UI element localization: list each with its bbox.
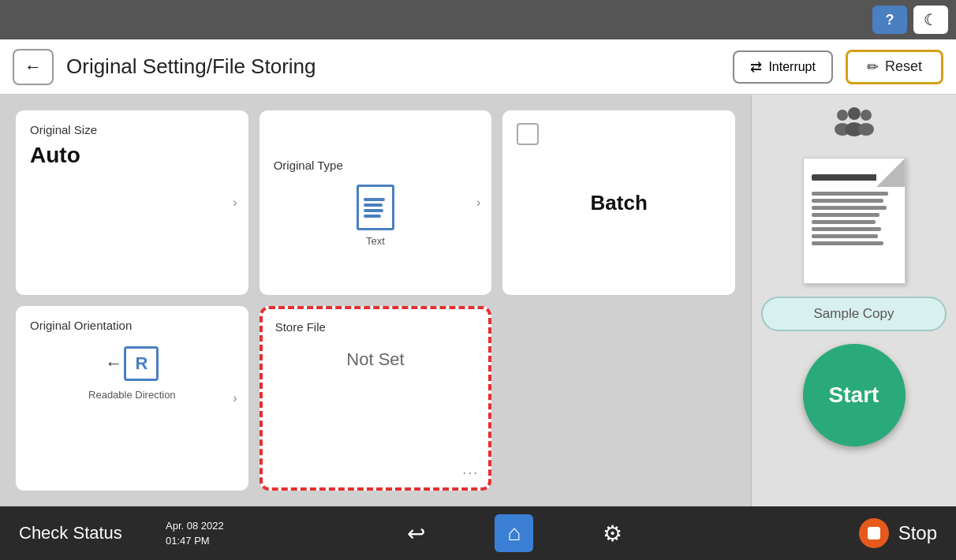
stop-inner [868, 527, 880, 539]
main-content: Original Size Auto › Original Type › Tex… [0, 95, 956, 506]
svg-point-2 [848, 107, 861, 120]
original-type-arrow: › [476, 196, 480, 210]
bottom-bar: Check Status Apr. 08 2022 01:47 PM ↩ ⌂ ⚙… [0, 506, 956, 560]
store-file-tile[interactable]: Store File Not Set ··· [260, 306, 492, 491]
back-nav-button[interactable]: ↩ [401, 514, 431, 553]
doc-line-3 [364, 209, 384, 212]
night-mode-button[interactable]: ☾ [913, 6, 948, 34]
r-label: R [135, 353, 148, 374]
original-orientation-tile[interactable]: Original Orientation ← R Readable Direct… [16, 306, 248, 491]
orientation-arrow: › [233, 391, 237, 405]
batch-checkbox[interactable] [517, 123, 539, 145]
original-type-sublabel: Text [366, 235, 385, 247]
document-preview [803, 158, 906, 284]
p-line-7 [812, 234, 878, 238]
p-line-1 [812, 192, 888, 196]
orientation-icon: ← R [30, 346, 234, 381]
stop-label[interactable]: Stop [898, 522, 937, 544]
left-arrow-icon: ← [105, 353, 122, 374]
svg-point-5 [858, 123, 874, 136]
doc-line-1 [364, 198, 385, 201]
doc-fold [876, 159, 905, 187]
start-button[interactable]: Start [803, 344, 906, 446]
tiles-panel: Original Size Auto › Original Type › Tex… [0, 95, 751, 506]
p-line-4 [812, 213, 879, 217]
header: ← Original Setting/File Storing ⇄ Interr… [0, 39, 956, 95]
interrupt-icon: ⇄ [750, 58, 762, 76]
interrupt-label: Interrupt [768, 60, 816, 74]
stop-area: Stop [798, 518, 956, 548]
original-size-arrow: › [233, 196, 237, 210]
doc-line-4 [364, 215, 382, 218]
store-file-dots: ··· [462, 465, 479, 481]
store-file-title: Store File [275, 320, 476, 334]
stop-icon [859, 518, 889, 548]
reset-button[interactable]: ✏ Reset [846, 50, 943, 84]
original-size-value: Auto [30, 143, 234, 168]
store-file-value: Not Set [275, 349, 476, 370]
doc-preview-header [812, 174, 879, 181]
p-line-5 [812, 220, 876, 224]
datetime-display: Apr. 08 2022 01:47 PM [158, 518, 232, 549]
p-line-6 [812, 227, 882, 231]
text-doc-icon [357, 185, 394, 230]
people-icon [835, 107, 874, 145]
p-line-8 [812, 241, 884, 245]
svg-point-0 [837, 110, 848, 121]
date-display: Apr. 08 2022 [166, 518, 224, 534]
original-size-tile[interactable]: Original Size Auto › [16, 110, 248, 295]
home-button[interactable]: ⌂ [495, 514, 533, 552]
right-panel: Sample Copy Start [751, 95, 956, 506]
settings-button[interactable]: ⚙ [596, 514, 629, 553]
original-type-tile[interactable]: Original Type › Text [260, 110, 492, 295]
r-box: R [124, 346, 159, 381]
original-type-title: Original Type [274, 159, 343, 172]
top-bar: ? ☾ [0, 0, 956, 39]
reset-label: Reset [885, 58, 922, 75]
reset-icon: ✏ [867, 58, 879, 76]
original-size-title: Original Size [30, 123, 234, 136]
interrupt-button[interactable]: ⇄ Interrupt [733, 50, 833, 84]
bottom-nav: ↩ ⌂ ⚙ [232, 514, 798, 553]
original-orientation-title: Original Orientation [30, 319, 234, 332]
help-button[interactable]: ? [872, 6, 907, 34]
orientation-sublabel: Readable Direction [30, 389, 234, 401]
doc-line-2 [364, 203, 383, 207]
svg-point-4 [861, 110, 872, 121]
p-line-2 [812, 199, 884, 203]
sample-copy-button[interactable]: Sample Copy [761, 297, 947, 331]
batch-label: Batch [517, 191, 721, 215]
p-line-3 [812, 206, 887, 210]
batch-tile[interactable]: Batch [502, 110, 735, 295]
check-status-label[interactable]: Check Status [0, 523, 158, 543]
back-button[interactable]: ← [13, 49, 54, 85]
time-display: 01:47 PM [166, 533, 224, 549]
page-title: Original Setting/File Storing [66, 54, 720, 79]
